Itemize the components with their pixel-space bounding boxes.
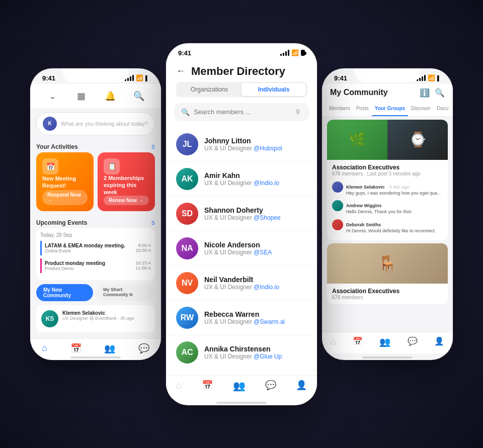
calendar-nav-left[interactable]: 📅 [70, 343, 82, 354]
member-item-7[interactable]: AC Annika Chirstensen UX & UI Designer @… [166, 335, 317, 370]
status-icons-center: 📶 [280, 49, 305, 56]
calendar-nav-center[interactable]: 📅 [202, 380, 213, 392]
event-item-1[interactable]: LATAM & EMEA monday meeting. Online Even… [40, 241, 151, 255]
events-section: Today, 28 Sep LATAM & EMEA monday meetin… [36, 228, 155, 280]
membership-icon: 📋 [104, 158, 120, 174]
member-item-3[interactable]: SD Shannon Doherty UX & UI Designer @Sho… [166, 197, 317, 231]
phone-right: 9:41 📶 ▌ My Community ℹ️ 🔍 [322, 68, 453, 360]
community-tab-new[interactable]: My New Community [36, 284, 93, 301]
member-item-6[interactable]: RW Rebecca Warren UX & UI Designer @Swar… [166, 301, 317, 335]
bottom-nav-center: ⌂ 📅 👥 💬 👤 [166, 375, 317, 399]
bell-icon[interactable]: 🔔 [102, 88, 118, 104]
home-nav-right[interactable]: ⌂ [331, 336, 336, 347]
chat-nav-center[interactable]: 💬 [265, 380, 276, 392]
status-bar-right: 9:41 📶 ▌ [322, 68, 453, 84]
profile-nav-right[interactable]: 👤 [434, 336, 444, 347]
nav-posts[interactable]: Posts [353, 102, 372, 116]
events-label: Upcoming Events [36, 219, 87, 226]
comment-content-1: Klemen Selakovic · 5 min ago Hey guys, I… [346, 182, 441, 197]
member-info-1: Johnny Litton UX & UI Designer @Hubspot [204, 137, 282, 152]
member-item-4[interactable]: NA Nicole Anderson UX & UI Designer @SEA [166, 231, 317, 266]
comment-avatar-2 [332, 200, 343, 211]
member-avatar-3: SD [176, 203, 198, 225]
info-icon[interactable]: ℹ️ [420, 88, 430, 98]
activity1-button[interactable]: Respond Now → [42, 190, 88, 205]
group2-name: Association Executives [332, 288, 443, 295]
member-item-2[interactable]: AK Amir Kahn UX & UI Designer @Indio.io [166, 162, 317, 197]
chevron-down-icon[interactable]: ⌄ [45, 88, 61, 104]
post-user: Klemen Selakovic [62, 310, 134, 316]
event1-name: LATAM & EMEA monday meeting. [45, 243, 131, 248]
screen-center: ← Member Directory Organizations Individ… [166, 59, 317, 399]
activity-card-meeting[interactable]: 📅 New Meeting Request! Respond Now → [36, 152, 94, 212]
community-tab-short[interactable]: My Short Community N [96, 284, 155, 301]
member-info-5: Neil Vanderbilt UX & UI Designer @Indio.… [204, 276, 279, 291]
post-avatar: KS [41, 310, 58, 327]
chat-nav-right[interactable]: 💬 [408, 336, 418, 347]
search-input-dir[interactable] [194, 108, 291, 116]
search-bar-dir[interactable]: 🔍 🎙 [174, 103, 309, 121]
home-nav-center[interactable]: ⌂ [176, 380, 182, 392]
group-card-2[interactable]: 🪑 Association Executives 676 members [327, 243, 448, 304]
group-card-1[interactable]: 🌿 ⌚ Association Executives 676 members ·… [327, 120, 448, 240]
user-avatar-home: K [43, 117, 57, 131]
activity2-button[interactable]: Renew Now → [104, 196, 149, 205]
event2-name: Product monday meeting [45, 260, 131, 266]
search-nav-icon[interactable]: 🔍 [131, 88, 147, 104]
member-item-5[interactable]: NV Neil Vanderbilt UX & UI Designer @Ind… [166, 266, 317, 301]
chat-nav-left[interactable]: 💬 [138, 343, 149, 354]
calendar-nav-right[interactable]: 📅 [353, 336, 363, 347]
nav-your-groups[interactable]: Your Groups [372, 102, 408, 116]
signal-left [125, 75, 134, 81]
member-role-2: UX & UI Designer @Indio.io [204, 180, 279, 187]
member-info-2: Amir Kahn UX & UI Designer @Indio.io [204, 171, 279, 187]
signal-center [280, 50, 289, 56]
battery-icon-left: ▌ [145, 75, 149, 81]
comment-1: Klemen Selakovic · 5 min ago Hey guys, I… [332, 180, 443, 199]
people-nav-left[interactable]: 👥 [104, 343, 115, 354]
member-avatar-5: NV [176, 272, 198, 294]
nav-docu[interactable]: Docu [434, 102, 451, 116]
signal-right [417, 75, 426, 81]
phone-center: 9:41 📶 ← Member Directory [166, 43, 317, 405]
people-nav-center[interactable]: 👥 [233, 380, 246, 392]
member-name-5: Neil Vanderbilt [204, 276, 279, 284]
comment-content-2: Andrew Wiggins Hello Dennis, Thank you f… [346, 200, 412, 215]
wifi-icon-right: 📶 [428, 74, 435, 81]
back-arrow-icon[interactable]: ← [176, 66, 185, 76]
status-icons-right: 📶 ▌ [417, 74, 441, 81]
member-info-7: Annika Chirstensen UX & UI Designer @Glu… [204, 345, 282, 360]
group-info-2: Association Executives 676 members [327, 284, 448, 304]
home-indicator-center [216, 402, 267, 404]
nav-members[interactable]: Members [326, 102, 353, 116]
search-bar-home[interactable]: K What are you thinking about today? [36, 112, 155, 135]
activities-link[interactable]: S [151, 144, 155, 150]
activity-card-membership[interactable]: 📋 2 Memberships expiring this week Renew… [98, 152, 155, 212]
post-item[interactable]: KS Klemen Selakovic UX Designer @ Eventb… [36, 305, 155, 332]
search-icon-right[interactable]: 🔍 [435, 88, 445, 98]
post-content: Klemen Selakovic UX Designer @ Eventbank… [62, 310, 134, 321]
member-avatar-2: AK [176, 168, 198, 190]
home-indicator-left [70, 356, 121, 359]
home-nav-left[interactable]: ⌂ [42, 343, 47, 354]
events-link[interactable]: S [151, 220, 155, 226]
activities-header: Your Activities S [30, 139, 161, 152]
group-img-1: 🌿 ⌚ [327, 120, 448, 160]
tab-individuals[interactable]: Individuals [242, 83, 306, 96]
profile-nav-center[interactable]: 👤 [296, 380, 307, 392]
group-info-1: Association Executives 676 members · Las… [327, 160, 448, 240]
member-info-4: Nicole Anderson UX & UI Designer @SEA [204, 241, 272, 256]
people-nav-right[interactable]: 👥 [379, 336, 390, 347]
calendar-nav-icon[interactable]: ▦ [73, 88, 90, 104]
member-item-1[interactable]: JL Johnny Litton UX & UI Designer @Hubsp… [166, 127, 317, 162]
time-left: 9:41 [42, 74, 55, 82]
tab-organizations[interactable]: Organizations [177, 83, 242, 96]
nav-discover[interactable]: Discover [408, 102, 434, 116]
member-role-4: UX & UI Designer @SEA [204, 249, 272, 256]
comment-3: Deborah Smiths Hi Dennis, Would definite… [332, 217, 443, 236]
bottom-nav-right: ⌂ 📅 👥 💬 👤 [322, 332, 453, 353]
event-item-2[interactable]: Product monday meeting Product Demo 10:1… [40, 258, 151, 273]
search-icon-dir: 🔍 [181, 108, 190, 116]
group1-meta: 676 members · Last post 5 minutes ago [332, 171, 443, 176]
mic-icon[interactable]: 🎙 [295, 108, 302, 116]
